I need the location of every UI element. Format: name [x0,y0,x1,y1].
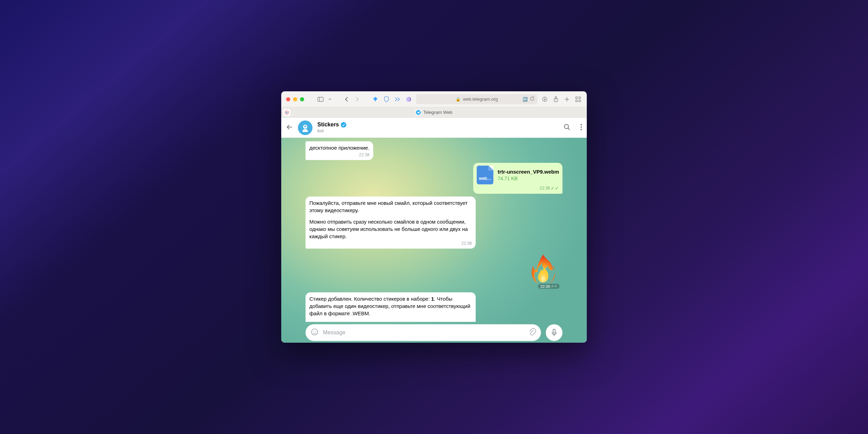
message-in[interactable]: Пожалуйста, отправьте мне новый смайл, к… [306,197,476,249]
chat-header: Stickers bot [281,118,587,138]
verified-icon [341,122,347,128]
svg-line-21 [568,128,570,130]
emoji-picker-icon[interactable] [310,328,319,337]
tab-overview-icon[interactable] [574,95,582,103]
telegram-web: Stickers bot десктопное приложение. 22:3… [281,118,587,343]
extension-icon[interactable] [372,95,379,103]
svg-point-20 [565,124,569,128]
message-file-out[interactable]: web… trtr-unscreen_VP9.webm 74.71 KB 22:… [473,163,562,194]
svg-point-14 [286,112,287,113]
voice-record-button[interactable] [546,324,562,341]
url-text: web.telegram.org [463,97,498,102]
night-mode-icon[interactable] [405,95,412,103]
svg-point-27 [315,331,316,332]
message-in[interactable]: десктопное приложение. 22:38 [306,141,373,160]
close-window-button[interactable] [286,97,290,101]
tab-bar: Telegram Web [281,107,587,118]
svg-marker-19 [341,122,347,128]
tab-title: Telegram Web [423,110,452,115]
sidebar-toggle-icon[interactable] [317,95,324,103]
read-checks-icon: ✓✓ [551,284,557,289]
sidebar-chevron-icon[interactable] [328,95,332,103]
svg-point-22 [581,124,582,125]
share-icon[interactable] [552,95,560,103]
sticker-time: 22:38 ✓✓ [538,284,560,289]
tab-favicon [416,110,421,115]
browser-toolbar: 🔒 web.telegram.org 🔤 [281,91,587,107]
file-name: trtr-unscreen_VP9.webm [498,168,559,175]
svg-point-23 [581,126,582,128]
svg-rect-10 [579,97,581,99]
minimize-window-button[interactable] [293,97,297,101]
pinned-tab[interactable] [283,109,290,116]
message-time: 22:38 [309,241,472,247]
zoom-window-button[interactable] [300,97,304,101]
chat-subtitle: bot [317,128,553,134]
search-icon[interactable] [563,123,571,132]
svg-point-18 [304,125,306,127]
chat-messages: десктопное приложение. 22:38 web… trtr-u… [281,138,587,322]
translate-icon[interactable]: 🔤 [523,97,528,102]
chat-title-area[interactable]: Stickers bot [317,121,553,134]
back-button[interactable] [342,95,350,103]
fast-forward-icon[interactable] [394,95,401,103]
attach-icon[interactable] [528,328,536,337]
lock-icon: 🔒 [456,97,461,102]
svg-point-26 [313,331,314,332]
svg-rect-0 [318,97,323,101]
svg-rect-11 [576,100,577,102]
svg-rect-12 [579,100,581,102]
reload-icon[interactable] [530,96,535,102]
svg-point-25 [311,329,318,335]
avatar[interactable] [298,120,312,135]
svg-point-24 [581,129,582,130]
file-icon: web… [477,166,493,184]
message-in[interactable]: Стикер добавлен. Количество стикеров в н… [306,292,476,322]
downloads-icon[interactable] [541,95,549,103]
svg-rect-9 [576,97,577,99]
read-checks-icon: ✓✓ [551,185,559,191]
message-input-wrap [306,324,541,341]
more-menu-icon[interactable] [581,124,582,132]
new-tab-icon[interactable] [563,95,571,103]
svg-rect-28 [553,329,555,333]
back-icon[interactable] [286,124,293,132]
forward-button[interactable] [353,95,361,103]
composer [281,323,587,343]
file-size: 74.71 KB [498,175,559,182]
shield-icon[interactable] [383,95,390,103]
address-bar[interactable]: 🔒 web.telegram.org 🔤 [416,94,537,104]
safari-window: 🔒 web.telegram.org 🔤 [281,91,587,343]
chat-name: Stickers [317,121,339,128]
window-controls [286,97,304,101]
sticker-fire[interactable]: 22:38 ✓✓ [524,251,562,290]
message-time: 22:38 [309,152,369,158]
message-input[interactable] [323,329,524,336]
